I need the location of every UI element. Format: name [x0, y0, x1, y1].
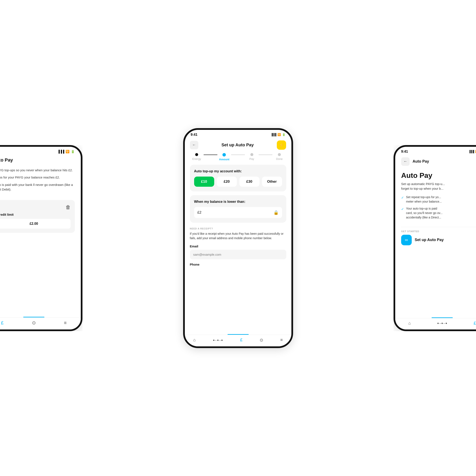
billing-icon: £ — [1, 320, 4, 326]
autopay-hero-title: Auto Pay — [401, 168, 476, 182]
center-nav-home[interactable]: ⌂ — [193, 338, 196, 342]
right-back-button[interactable]: ← — [401, 157, 409, 166]
lightning-button[interactable]: ⚡ — [277, 140, 286, 150]
center-nav-help[interactable]: ⊙ — [260, 338, 263, 342]
left-nav[interactable]: £ ⊙ ≡ — [0, 317, 81, 329]
lightning-icon: ⚡ — [279, 142, 284, 148]
center-wifi-icon: 🛜 — [277, 133, 281, 136]
setup-btn-label: Set up Auto Pay — [415, 238, 444, 242]
autopay-desc: Set up automatic PAYG top-u...forget to … — [401, 182, 476, 191]
center-battery-icon: 🔋 — [282, 133, 286, 136]
right-journey-icon: ●‒●‒● — [437, 322, 447, 325]
left-nav-item-billing[interactable]: £ — [1, 320, 4, 326]
right-nav-journey[interactable]: ●‒●‒● — [437, 322, 447, 325]
center-status-icons: ▐▐▐ 🛜 🔋 — [271, 133, 286, 136]
check-text-2: Your auto top-up is paidcard, so you'll … — [406, 206, 442, 220]
back-arrow-icon: ← — [192, 143, 196, 147]
balance-card: When my balance is lower than: £2 🔒 — [190, 195, 286, 223]
left-desc3: op-up is paid with your bank ll never go… — [0, 183, 75, 192]
phone-center: 9:41 ▐▐▐ 🛜 🔋 ← Set up Auto Pay — [183, 128, 293, 348]
setup-autopay-button[interactable]: ∞ Set up Auto Pay — [401, 235, 476, 245]
email-input[interactable] — [190, 250, 286, 259]
step-label-energy: Energy — [192, 157, 201, 160]
right-time: 9:41 — [401, 150, 408, 153]
right-content: ← Auto Pay Auto Pay Set up automatic PAY… — [395, 155, 476, 317]
step-label-done: Done — [276, 157, 283, 160]
center-status-bar: 9:41 ▐▐▐ 🛜 🔋 — [185, 130, 291, 138]
right-signal-icon: ▐▐▐ — [469, 150, 474, 153]
scene: 9:41 ▐▐▐ 🛜 🔋 Auto Pay c PAYG top-ups so … — [0, 0, 476, 476]
center-nav-billing[interactable]: £ — [240, 338, 242, 342]
step-label-pay: Pay — [249, 157, 254, 160]
signal-icon: ▐▐▐ — [57, 150, 64, 153]
center-scroll: ← Set up Auto Pay ⚡ Energy — [185, 138, 291, 334]
right-page-title: Auto Pay — [413, 159, 429, 164]
step-label-amount: Amount — [219, 158, 229, 161]
amount-20[interactable]: £20 — [217, 177, 237, 187]
step-dot-energy — [195, 153, 198, 156]
left-desc2: op-ups for your PAYG your balance reache… — [0, 175, 75, 180]
wifi-icon: 🛜 — [66, 150, 69, 153]
email-label: Email — [190, 244, 286, 248]
left-content: Auto Pay c PAYG top-ups so you never whe… — [0, 155, 81, 317]
step-dot-pay — [250, 153, 253, 156]
right-back-icon: ← — [404, 159, 407, 164]
step-energy: Energy — [190, 153, 204, 160]
check-icon-2: ✓ — [401, 207, 404, 212]
center-header: ← Set up Auto Pay ⚡ — [190, 138, 286, 153]
billing-icon-center: £ — [240, 338, 242, 342]
help-icon: ⊙ — [32, 320, 36, 326]
phone-left: 9:41 ▐▐▐ 🛜 🔋 Auto Pay c PAYG top-ups so … — [0, 145, 83, 331]
amount-10[interactable]: £10 — [194, 177, 214, 187]
balance-title: When my balance is lower than: — [194, 200, 282, 204]
left-status-icons: ▐▐▐ 🛜 🔋 — [57, 150, 75, 153]
check-item-1: ✓ Set repeat top-ups for yo...meter when… — [401, 195, 476, 204]
phone-label: Phone — [190, 263, 286, 266]
topup-title: Auto top-up my account with: — [194, 169, 282, 173]
left-body: c PAYG top-ups so you never when your ba… — [0, 166, 75, 197]
receipt-section: NEED A RECEIPT? If you'd like a receipt … — [190, 226, 286, 268]
menu-icon-center: ≡ — [280, 338, 283, 342]
left-title: Auto Pay — [0, 155, 75, 166]
center-nav-menu[interactable]: ≡ — [280, 338, 283, 342]
topup-card: Auto top-up my account with: £10 £20 £30… — [190, 165, 286, 191]
menu-icon: ≡ — [64, 320, 67, 326]
right-billing-icon: £ — [474, 321, 476, 326]
amount-30[interactable]: £30 — [239, 177, 259, 187]
step-dot-amount — [222, 153, 226, 156]
right-header: ← Auto Pay — [401, 155, 476, 168]
phones-row: 9:41 ▐▐▐ 🛜 🔋 Auto Pay c PAYG top-ups so … — [0, 0, 476, 476]
step-line-2 — [231, 154, 245, 155]
battery-icon: 🔋 — [71, 150, 75, 153]
step-line-1 — [204, 154, 217, 155]
credit-value: £2.00 — [0, 219, 71, 229]
right-nav-billing[interactable]: £ — [474, 321, 476, 326]
center-time: 9:41 — [191, 133, 198, 136]
stepper: Energy Amount Pay — [190, 153, 286, 161]
center-signal-icon: ▐▐▐ — [271, 133, 276, 136]
receipt-label: NEED A RECEIPT? — [190, 227, 286, 230]
left-nav-item-help[interactable]: ⊙ — [32, 320, 36, 326]
left-desc1: c PAYG top-ups so you never when your ba… — [0, 168, 75, 173]
credit-label: Credit limit — [0, 213, 71, 216]
center-nav[interactable]: ⌂ ●‒●‒● £ ⊙ ≡ — [185, 335, 291, 346]
receipt-desc: If you'd like a receipt when your Auto P… — [190, 232, 286, 241]
get-started-label: GET STARTED — [401, 230, 476, 233]
right-home-icon: ⌂ — [408, 321, 411, 326]
trash-icon[interactable]: 🗑 — [66, 204, 71, 210]
check-icon-1: ✓ — [401, 195, 404, 200]
credit-section: 🗑 Credit limit £2.00 — [0, 200, 75, 233]
step-dot-done — [278, 153, 281, 156]
right-status-bar: 9:41 ▐▐▐ 🛜 🔋 — [395, 147, 476, 155]
right-nav[interactable]: ⌂ ●‒●‒● £ — [395, 318, 476, 329]
left-nav-item-menu[interactable]: ≡ — [64, 320, 67, 326]
help-icon-center: ⊙ — [260, 338, 263, 342]
home-icon: ⌂ — [193, 338, 196, 342]
check-list: ✓ Set repeat top-ups for yo...meter when… — [401, 195, 476, 222]
center-nav-journey[interactable]: ●‒●‒● — [213, 338, 223, 342]
amount-other[interactable]: Other — [262, 177, 282, 187]
step-pay: Pay — [245, 153, 259, 160]
step-done: Done — [272, 153, 286, 160]
right-nav-home[interactable]: ⌂ — [408, 321, 411, 326]
back-button[interactable]: ← — [190, 141, 198, 149]
